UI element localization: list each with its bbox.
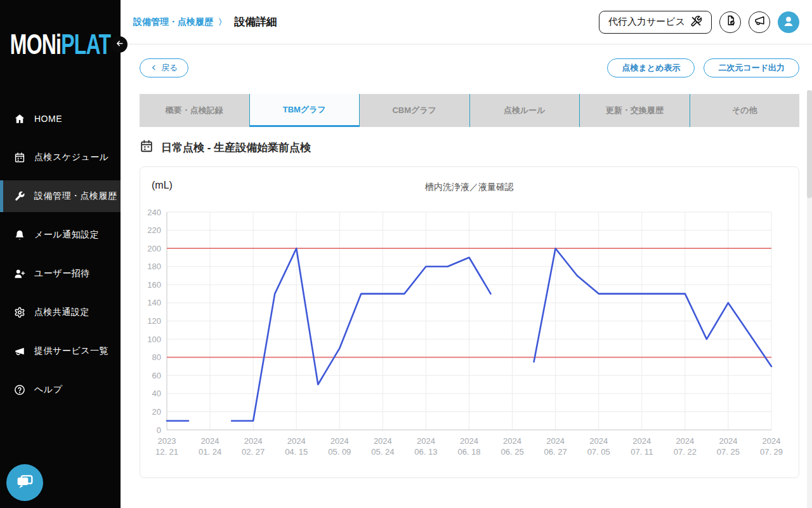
logo-plat: PLAT — [61, 29, 110, 59]
tab-bar: 概要・点検記録TBMグラフCBMグラフ点検ルール更新・交換履歴その他 — [140, 94, 799, 127]
sidebar-item-label: 点検共通設定 — [34, 307, 89, 318]
qr-code-export-button[interactable]: 二次元コード出力 — [704, 58, 799, 77]
home-icon — [14, 113, 25, 124]
help-icon — [14, 384, 25, 396]
svg-text:2023: 2023 — [158, 436, 176, 446]
inspection-report-button[interactable] — [719, 11, 741, 33]
back-button[interactable]: 戻る — [140, 58, 188, 77]
svg-text:04. 15: 04. 15 — [285, 447, 308, 457]
sidebar-item-label: 提供サービス一覧 — [34, 345, 108, 357]
scrollbar-track — [807, 90, 812, 508]
person-icon — [782, 14, 796, 30]
tab-inspection-rules[interactable]: 点検ルール — [469, 94, 580, 127]
svg-text:120: 120 — [147, 316, 161, 326]
header: 設備管理・点検履歴 〉 設備詳細 代行入力サービス — [121, 0, 812, 44]
svg-text:40: 40 — [152, 389, 161, 398]
tab-update-history[interactable]: 更新・交換履歴 — [579, 94, 690, 127]
svg-text:240: 240 — [147, 208, 161, 217]
arrow-left-icon — [115, 39, 124, 51]
sidebar-item-label: ユーザー招待 — [34, 268, 90, 279]
main-content: 戻る 点検まとめ表示 二次元コード出力 概要・点検記録TBMグラフCBMグラフ点… — [121, 45, 812, 508]
tab-overview-record[interactable]: 概要・点検記録 — [140, 94, 249, 127]
svg-text:01. 24: 01. 24 — [199, 447, 221, 457]
sidebar-item-user-invite[interactable]: ユーザー招待 — [0, 258, 121, 290]
logo-mon: MON — [10, 29, 56, 59]
logo-text: MONiPLAT — [10, 29, 110, 60]
svg-text:60: 60 — [152, 371, 161, 380]
svg-text:2024: 2024 — [417, 436, 435, 446]
megaphone-icon — [754, 15, 766, 29]
sidebar-item-label: ヘルプ — [34, 384, 62, 396]
svg-text:20: 20 — [152, 407, 161, 417]
sidebar-collapse-button[interactable] — [111, 36, 128, 53]
svg-text:07. 11: 07. 11 — [631, 447, 653, 457]
svg-text:80: 80 — [152, 352, 161, 362]
chat-launcher-button[interactable] — [6, 464, 43, 501]
svg-text:02. 27: 02. 27 — [242, 447, 265, 457]
svg-text:2024: 2024 — [244, 436, 263, 446]
logo[interactable]: MONiPLAT — [0, 0, 121, 89]
svg-text:140: 140 — [147, 298, 161, 307]
svg-text:06. 27: 06. 27 — [544, 447, 567, 457]
breadcrumb-separator: 〉 — [218, 17, 226, 28]
bell-icon — [14, 229, 25, 241]
proxy-input-service-button[interactable]: 代行入力サービス — [599, 11, 712, 34]
svg-text:220: 220 — [147, 225, 161, 235]
document-check-icon — [724, 15, 737, 29]
svg-text:2024: 2024 — [763, 436, 781, 446]
tab-other[interactable]: その他 — [690, 94, 800, 127]
sidebar-item-help[interactable]: ヘルプ — [0, 374, 121, 406]
svg-text:07. 29: 07. 29 — [760, 447, 783, 457]
app-root: MONiPLAT HOME点検スケジュール設備管理・点検履歴メール通知設定ユーザ… — [0, 0, 812, 508]
sidebar-item-label: 設備管理・点検履歴 — [34, 190, 117, 202]
sidebar-item-inspection-common-settings[interactable]: 点検共通設定 — [0, 297, 121, 328]
svg-text:07. 25: 07. 25 — [717, 447, 740, 457]
user-avatar[interactable] — [778, 11, 799, 33]
svg-text:2024: 2024 — [719, 436, 737, 446]
tab-tbm-graph[interactable]: TBMグラフ — [249, 94, 360, 127]
tab-cbm-graph[interactable]: CBMグラフ — [359, 94, 469, 127]
toolbar-row: 戻る 点検まとめ表示 二次元コード出力 — [140, 58, 799, 77]
chat-bubble-icon — [15, 471, 35, 494]
chevron-left-icon — [150, 64, 157, 73]
section-title: 日常点検 - 生産設備始業前点検 — [140, 139, 311, 156]
proxy-input-service-label: 代行入力サービス — [608, 16, 685, 28]
tbm-line-chart: 020406080100120140160180200220240202312.… — [140, 167, 800, 479]
svg-text:06. 18: 06. 18 — [457, 447, 480, 457]
wrench-icon — [14, 190, 25, 202]
chart-title: 槽内洗浄液／液量確認 — [140, 182, 799, 193]
svg-text:2024: 2024 — [503, 436, 521, 446]
svg-text:2024: 2024 — [632, 436, 651, 446]
scrollbar-thumb[interactable] — [807, 90, 812, 198]
sidebar-nav: HOME点検スケジュール設備管理・点検履歴メール通知設定ユーザー招待点検共通設定… — [0, 103, 121, 406]
sidebar-item-equipment-management[interactable]: 設備管理・点検履歴 — [0, 180, 121, 212]
toolbar-right: 点検まとめ表示 二次元コード出力 — [607, 58, 799, 77]
page-title: 設備詳細 — [234, 15, 277, 29]
inspection-summary-button[interactable]: 点検まとめ表示 — [607, 58, 695, 77]
svg-text:12. 21: 12. 21 — [155, 447, 178, 457]
sidebar-item-inspection-schedule[interactable]: 点検スケジュール — [0, 142, 121, 173]
announcements-button[interactable] — [749, 11, 770, 33]
breadcrumb-parent-link[interactable]: 設備管理・点検履歴 — [133, 17, 213, 28]
tools-icon — [690, 15, 702, 29]
sidebar-item-label: HOME — [34, 114, 62, 124]
svg-text:100: 100 — [147, 335, 161, 344]
svg-text:180: 180 — [147, 262, 161, 271]
sidebar: MONiPLAT HOME点検スケジュール設備管理・点検履歴メール通知設定ユーザ… — [0, 0, 121, 508]
svg-text:07. 05: 07. 05 — [587, 447, 610, 457]
sidebar-item-label: メール通知設定 — [34, 229, 99, 241]
chart-card: 020406080100120140160180200220240202312.… — [140, 166, 799, 478]
sidebar-item-label: 点検スケジュール — [34, 152, 109, 163]
svg-text:200: 200 — [147, 244, 161, 253]
sidebar-item-mail-notification[interactable]: メール通知設定 — [0, 219, 121, 251]
svg-text:0: 0 — [157, 425, 161, 435]
sidebar-item-provided-services[interactable]: 提供サービス一覧 — [0, 335, 121, 367]
svg-text:07. 22: 07. 22 — [674, 447, 697, 457]
sidebar-item-home[interactable]: HOME — [0, 103, 121, 135]
back-button-label: 戻る — [161, 62, 178, 74]
megaphone-icon — [14, 345, 25, 357]
calendar-icon — [140, 139, 154, 156]
svg-text:2024: 2024 — [589, 436, 608, 446]
svg-text:2024: 2024 — [287, 436, 306, 446]
user-plus-icon — [14, 268, 25, 279]
